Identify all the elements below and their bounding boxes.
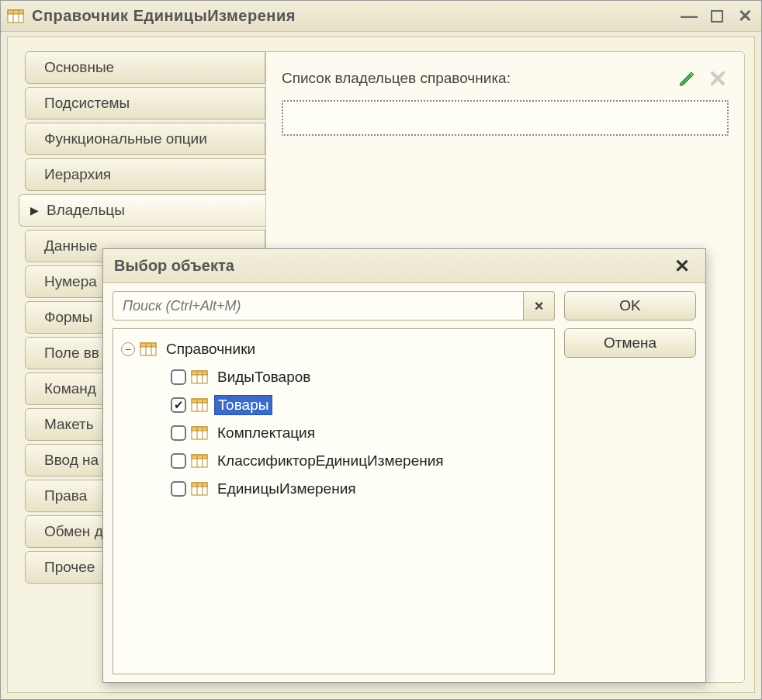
nav-tab-owners[interactable]: ▶Владельцы: [19, 194, 265, 227]
tree-item-label: ВидыТоваров: [214, 368, 313, 386]
svg-rect-1: [8, 10, 23, 14]
tree-root[interactable]: − Справочники: [121, 335, 546, 363]
tree-item[interactable]: ВидыТоваров: [121, 363, 546, 391]
search-input[interactable]: [113, 291, 524, 321]
catalog-icon: [191, 397, 208, 413]
checkbox[interactable]: [171, 453, 186, 469]
nav-tab-label: Обмен д: [44, 523, 103, 540]
object-tree[interactable]: − Справочники ВидыТоваров Товар: [113, 328, 555, 674]
tree-root-label: Справочники: [163, 340, 258, 359]
ok-button[interactable]: OK: [564, 291, 696, 321]
catalog-icon: [7, 8, 24, 25]
dialog-close-button[interactable]: ✕: [670, 255, 694, 277]
maximize-button[interactable]: [707, 6, 727, 26]
svg-rect-20: [192, 427, 207, 431]
tree-item-label: Товары: [214, 395, 272, 415]
nav-tab-label: Права: [44, 487, 87, 504]
nav-tab-label: Ввод на: [44, 452, 99, 469]
checkbox[interactable]: [171, 481, 186, 497]
object-chooser-dialog: Выбор объекта ✕ × − Справочники: [102, 248, 706, 683]
dialog-titlebar: Выбор объекта ✕: [103, 249, 705, 283]
tree-item[interactable]: ЕдиницыИзмерения: [121, 475, 546, 503]
titlebar: Справочник ЕдиницыИзмерения — ✕: [1, 1, 761, 32]
minimize-button[interactable]: —: [679, 6, 699, 26]
panel-header: Список владельцев справочника:: [282, 68, 729, 89]
tree-item[interactable]: КлассификторЕдиницИзмерения: [121, 447, 546, 475]
active-arrow-icon: ▶: [30, 204, 39, 217]
nav-tab-label: Владельцы: [47, 202, 125, 219]
catalog-icon: [191, 369, 208, 385]
collapse-icon[interactable]: −: [121, 342, 135, 356]
svg-rect-4: [712, 11, 722, 22]
cancel-button[interactable]: Отмена: [564, 328, 696, 358]
nav-tab-label: Макеть: [44, 416, 94, 433]
nav-tab-label: Команд: [44, 380, 96, 397]
catalog-icon: [140, 341, 157, 357]
nav-tab-label: Поле вв: [44, 345, 99, 362]
nav-tab-label: Формы: [44, 309, 92, 326]
cancel-button-label: Отмена: [604, 334, 656, 352]
nav-tab-label: Нумера: [44, 273, 97, 290]
nav-tab-functional-options[interactable]: Функциональные опции: [25, 123, 265, 155]
catalog-icon: [191, 453, 208, 469]
nav-tab-main[interactable]: Основные: [25, 51, 265, 84]
delete-icon[interactable]: [707, 68, 729, 89]
nav-tab-hierarchy[interactable]: Иерархия: [25, 158, 265, 191]
tree-item[interactable]: Товары: [121, 391, 546, 419]
dialog-left: × − Справочники ВидыТоваров: [113, 291, 555, 674]
catalog-icon: [191, 425, 208, 441]
search-row: ×: [113, 291, 555, 321]
svg-rect-12: [192, 371, 207, 375]
dialog-title: Выбор объекта: [114, 257, 670, 275]
tree-item-label: Комплектация: [214, 424, 318, 442]
nav-tab-label: Подсистемы: [44, 95, 130, 112]
close-button[interactable]: ✕: [735, 6, 755, 26]
clear-search-button[interactable]: ×: [524, 291, 555, 321]
ok-button-label: OK: [619, 297, 640, 314]
svg-rect-8: [140, 343, 156, 347]
catalog-icon: [191, 481, 208, 497]
window-title: Справочник ЕдиницыИзмерения: [32, 7, 671, 25]
nav-tab-label: Данные: [44, 237, 98, 255]
nav-tab-label: Иерархия: [44, 166, 111, 183]
svg-rect-24: [192, 455, 207, 459]
nav-tab-label: Функциональные опции: [44, 130, 207, 147]
tree-item-label: КлассификторЕдиницИзмерения: [214, 452, 447, 470]
checkbox-checked[interactable]: [171, 397, 186, 413]
nav-tab-label: Основные: [44, 59, 114, 76]
svg-rect-16: [192, 399, 207, 403]
svg-rect-28: [192, 483, 207, 487]
edit-icon[interactable]: [676, 68, 698, 89]
tree-item-label: ЕдиницыИзмерения: [214, 480, 359, 498]
owners-listbox[interactable]: [282, 100, 729, 136]
tree-item[interactable]: Комплектация: [121, 419, 546, 447]
nav-tab-subsystems[interactable]: Подсистемы: [25, 87, 265, 120]
checkbox[interactable]: [171, 425, 186, 441]
owners-label: Список владельцев справочника:: [282, 70, 667, 87]
checkbox[interactable]: [171, 369, 186, 385]
dialog-buttons: OK Отмена: [564, 291, 696, 674]
dialog-body: × − Справочники ВидыТоваров: [103, 283, 705, 682]
nav-tab-label: Прочее: [44, 559, 95, 576]
